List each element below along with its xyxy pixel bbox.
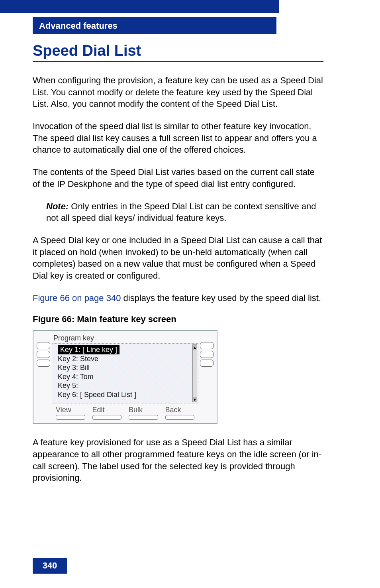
softkey-bulk-button[interactable] — [129, 415, 158, 420]
line-key-right-1[interactable] — [200, 342, 214, 349]
softkey-buttons — [52, 415, 198, 421]
line-key-right-2[interactable] — [200, 351, 214, 358]
softkey-label-edit: Edit — [92, 406, 122, 414]
figure-cross-reference[interactable]: Figure 66 on page 340 — [33, 293, 121, 303]
line-key-left-2[interactable] — [37, 351, 50, 358]
softkey-back-button[interactable] — [165, 415, 195, 420]
screen-middle: Program key Key 1: [ Line key ] Key 2: S… — [52, 333, 198, 421]
note-text: Only entries in the Speed Dial List can … — [46, 201, 316, 223]
paragraph-2: Invocation of the speed dial list is sim… — [33, 120, 323, 156]
list-item[interactable]: Key 2: Steve — [58, 354, 196, 364]
line-key-left-3[interactable] — [37, 360, 50, 367]
list-item[interactable]: Key 4: Tom — [58, 372, 196, 382]
section-header: Advanced features — [33, 17, 276, 34]
paragraph-1: When configuring the provision, a featur… — [33, 75, 323, 110]
list-item-selected[interactable]: Key 1: [ Line key ] — [58, 345, 119, 354]
page-title: Speed Dial List — [33, 42, 323, 59]
content-area: Speed Dial List When configuring the pro… — [33, 42, 323, 494]
softkey-view-button[interactable] — [56, 415, 85, 420]
paragraph-5-tail: displays the feature key used by the spe… — [121, 293, 321, 303]
line-key-left-1[interactable] — [37, 342, 50, 349]
program-key-list: Key 1: [ Line key ] Key 2: Steve Key 3: … — [52, 344, 198, 403]
right-side-keys — [200, 333, 214, 421]
phone-screen: Program key Key 1: [ Line key ] Key 2: S… — [37, 333, 214, 421]
softkey-labels: View Edit Bulk Back — [52, 403, 198, 415]
top-accent-bar — [0, 0, 279, 13]
page-number: 340 — [33, 558, 67, 574]
figure-caption: Figure 66: Main feature key screen — [33, 314, 323, 324]
list-item[interactable]: Key 5: — [58, 381, 196, 390]
list-item[interactable]: Key 6: [ Speed Dial List ] — [58, 390, 196, 399]
softkey-edit-button[interactable] — [92, 415, 122, 420]
paragraph-5: Figure 66 on page 340 displays the featu… — [33, 292, 323, 304]
screen-title: Program key — [52, 333, 198, 344]
note-label: Note: — [46, 201, 69, 211]
scrollbar[interactable]: ▲ ▼ — [192, 344, 197, 402]
title-underline — [33, 61, 323, 62]
paragraph-4: A Speed Dial key or one included in a Sp… — [33, 234, 323, 282]
left-side-keys — [37, 333, 50, 421]
figure-container: Program key Key 1: [ Line key ] Key 2: S… — [33, 330, 217, 424]
softkey-label-bulk: Bulk — [129, 406, 158, 414]
line-key-right-3[interactable] — [200, 360, 214, 367]
scroll-down-icon[interactable]: ▼ — [193, 397, 197, 402]
list-item[interactable]: Key 3: Bill — [58, 363, 196, 372]
note-paragraph: Note: Only entries in the Speed Dial Lis… — [33, 201, 323, 224]
softkey-label-back: Back — [165, 406, 195, 414]
document-page: Advanced features Speed Dial List When c… — [0, 0, 380, 588]
paragraph-6: A feature key provisioned for use as a S… — [33, 437, 323, 484]
paragraph-3: The contents of the Speed Dial List vari… — [33, 166, 323, 190]
softkey-label-view: View — [56, 406, 85, 414]
scroll-up-icon[interactable]: ▲ — [193, 345, 197, 350]
